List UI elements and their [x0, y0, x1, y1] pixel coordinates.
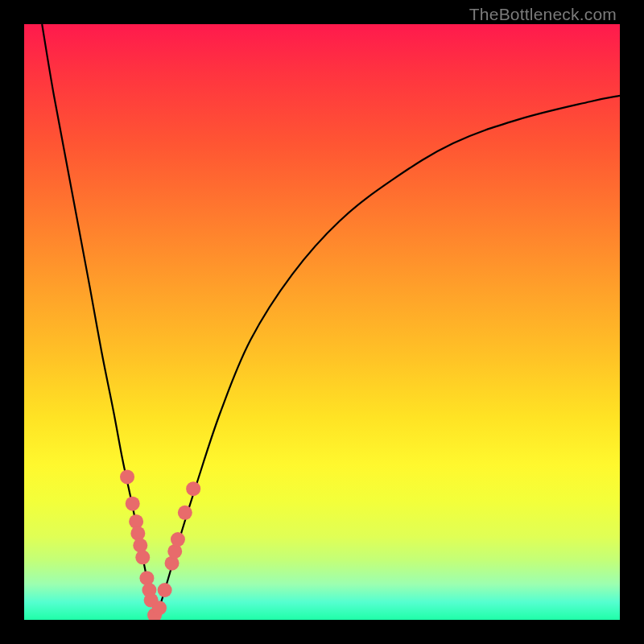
data-marker — [133, 539, 147, 553]
data-marker — [171, 532, 185, 547]
series-group — [42, 24, 620, 620]
markers-group — [120, 469, 200, 620]
data-marker — [135, 550, 150, 564]
data-marker — [158, 583, 172, 597]
plot-area — [24, 24, 620, 620]
data-marker — [130, 526, 145, 541]
data-marker — [186, 481, 200, 496]
chart-svg — [24, 24, 620, 620]
data-marker — [139, 571, 154, 585]
data-marker — [120, 469, 134, 484]
chart-frame: TheBottleneck.com — [0, 0, 644, 644]
data-marker — [126, 497, 140, 511]
data-marker — [178, 506, 192, 520]
watermark-text: TheBottleneck.com — [469, 5, 617, 24]
data-marker — [152, 601, 167, 615]
curve-right-branch — [155, 96, 620, 620]
